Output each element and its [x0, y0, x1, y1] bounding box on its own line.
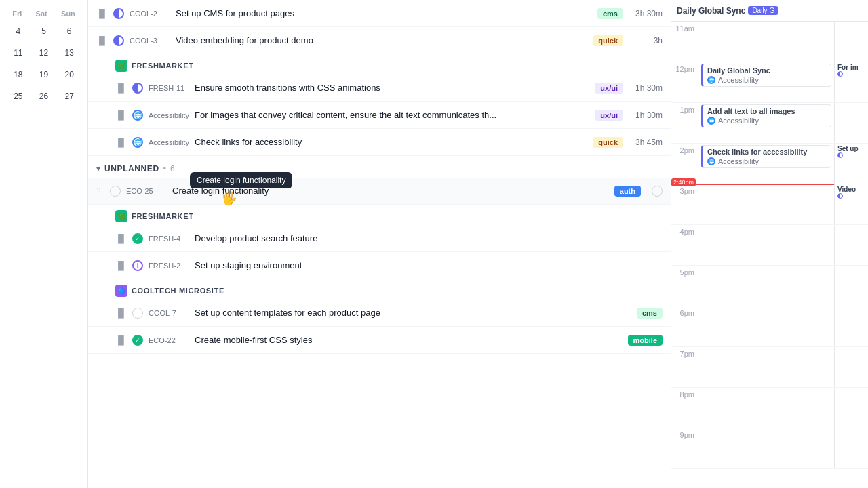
- time-label: 9pm: [671, 428, 698, 468]
- task-panel: ▐▌ COOL-2 Set up CMS for product pages c…: [88, 0, 671, 488]
- globe-icon: 🌐: [707, 157, 715, 165]
- time-slot-9pm: 9pm: [671, 428, 868, 469]
- bar-chart-icon: ▐▌: [115, 234, 127, 243]
- cal-day-20[interactable]: 20: [60, 66, 79, 83]
- task-badge: cms: [597, 8, 623, 19]
- cal-day-27[interactable]: 27: [60, 88, 79, 104]
- time-content: Check links for accessibility 🌐 Accessib…: [698, 144, 834, 184]
- status-in-progress-icon: [132, 83, 143, 94]
- calendar-day-headers: Fri Sat Sun: [0, 7, 87, 20]
- task-id: FRESH-2: [149, 262, 189, 270]
- project-header-freshmarket-unplanned: 🌿 FRESHMARKET: [88, 205, 671, 225]
- cal-day-6[interactable]: 6: [60, 23, 79, 39]
- right-col-4pm: [834, 225, 868, 265]
- time-slot-4pm: 4pm: [671, 225, 868, 266]
- table-row[interactable]: ▐▌ FRESH-11 Ensure smooth transitions wi…: [88, 75, 671, 102]
- globe-icon: 🌐: [707, 76, 715, 84]
- calendar-panel: Fri Sat Sun 4 5 6 11 12 13 18 19 20 25 2…: [0, 0, 88, 488]
- bar-chart-icon: ▐▌: [115, 261, 127, 270]
- table-row[interactable]: ▐▌ ✓ ECO-22 Create mobile-first CSS styl…: [88, 327, 671, 354]
- time-label: 1pm: [671, 103, 698, 143]
- drag-handle-icon[interactable]: ⠿: [96, 187, 104, 195]
- task-id: COOL-3: [130, 37, 170, 45]
- time-slot-7pm: 7pm: [671, 347, 868, 388]
- project-header-cooltech: 🔷 COOLTECH MICROSITE: [88, 279, 671, 300]
- task-name: Create mobile-first CSS styles: [195, 335, 623, 345]
- time-content: Add alt text to all images 🌐 Accessibili…: [698, 103, 834, 143]
- project-header-freshmarket: 🌿 FRESHMARKET: [88, 54, 671, 75]
- section-title: Unplanned: [104, 164, 159, 174]
- task-time: 3h: [629, 36, 663, 45]
- task-time: 1h 30m: [629, 83, 663, 93]
- cal-day-26[interactable]: 26: [34, 88, 53, 104]
- task-id: ECO-22: [149, 336, 189, 344]
- bar-chart-icon: ▐▌: [96, 9, 108, 18]
- table-row[interactable]: Create login functionality ⠿ ECO-25 Crea…: [88, 178, 671, 205]
- right-col-5pm: [834, 266, 868, 306]
- cal-day-19[interactable]: 19: [34, 66, 53, 83]
- table-row[interactable]: ▐▌ COOL-7 Set up content templates for e…: [88, 300, 671, 327]
- section-toggle-icon[interactable]: ▾: [96, 164, 100, 174]
- cal-day-13[interactable]: 13: [60, 45, 79, 61]
- time-content: [698, 388, 834, 428]
- time-content: [698, 266, 834, 306]
- table-row[interactable]: ▐▌ i FRESH-2 Set up staging environment: [88, 252, 671, 279]
- event-sub: 🌐 Accessibility: [707, 76, 827, 84]
- status-in-progress-icon: [113, 8, 124, 19]
- table-row[interactable]: ▐▌ ✓ FRESH-4 Develop product search feat…: [88, 225, 671, 252]
- bar-chart-icon: ▐▌: [115, 83, 127, 93]
- table-row[interactable]: ▐▌ COOL-2 Set up CMS for product pages c…: [88, 0, 671, 27]
- bar-chart-icon: ▐▌: [115, 138, 127, 147]
- task-badge: cms: [637, 308, 663, 319]
- calendar-week-4: 25 26 27: [0, 85, 87, 107]
- cal-header-sun: Sun: [61, 9, 75, 18]
- table-row[interactable]: ▐▌ 🌐 Accessibility Check links for acces…: [88, 129, 671, 156]
- time-content: [698, 428, 834, 468]
- task-name: Video embedding for product demo: [176, 35, 587, 45]
- right-col-6pm: [834, 306, 868, 346]
- section-separator: •: [163, 164, 166, 174]
- cal-header-fri: Fri: [12, 9, 22, 18]
- cal-day-25[interactable]: 25: [9, 88, 28, 104]
- event-block[interactable]: Daily Global Sync 🌐 Accessibility: [701, 64, 831, 87]
- time-slot-1pm: 1pm Add alt text to all images 🌐 Accessi…: [671, 103, 868, 144]
- event-block[interactable]: Check links for accessibility 🌐 Accessib…: [701, 145, 831, 168]
- task-id: COOL-7: [149, 309, 189, 317]
- status-done-icon: ✓: [132, 233, 143, 244]
- time-indicator-label: 2:40pm: [671, 178, 696, 186]
- calendar-week-3: 18 19 20: [0, 64, 87, 85]
- task-badge: mobile: [628, 335, 663, 346]
- priority-circle-icon: [652, 186, 663, 197]
- right-col-3pm: Video: [834, 184, 868, 224]
- task-id: COOL-2: [130, 9, 170, 18]
- task-time: 3h 30m: [629, 9, 663, 18]
- time-slot-3pm: 3pm Video: [671, 184, 868, 225]
- time-label: 12pm: [671, 62, 698, 102]
- cal-day-12[interactable]: 12: [34, 45, 53, 61]
- status-in-progress-icon: [113, 35, 124, 46]
- task-badge: auth: [614, 186, 641, 197]
- time-slot-12pm: 12pm Daily Global Sync 🌐 Accessibility F…: [671, 62, 868, 103]
- table-row[interactable]: ▐▌ COOL-3 Video embedding for product de…: [88, 27, 671, 54]
- right-col-2pm: Set up: [834, 144, 868, 184]
- time-content: Daily Global Sync 🌐 Accessibility: [698, 62, 834, 102]
- table-row[interactable]: ▐▌ 🌐 Accessibility For images that conve…: [88, 102, 671, 129]
- task-badge: ux/ui: [595, 110, 623, 121]
- time-label: 4pm: [671, 225, 698, 265]
- task-time: 3h 45m: [629, 138, 663, 147]
- cal-day-5[interactable]: 5: [34, 23, 53, 39]
- bar-chart-icon: ▐▌: [96, 36, 108, 45]
- task-time: 1h 30m: [629, 110, 663, 120]
- unplanned-section-header: ▾ Unplanned • 6: [88, 156, 671, 178]
- project-name: FRESHMARKET: [132, 212, 194, 220]
- time-content: [698, 184, 834, 224]
- cal-day-18[interactable]: 18: [9, 66, 28, 83]
- event-block[interactable]: Add alt text to all images 🌐 Accessibili…: [701, 104, 831, 127]
- time-slot-6pm: 6pm: [671, 306, 868, 347]
- cal-day-11[interactable]: 11: [9, 45, 28, 61]
- task-name: Set up content templates for each produc…: [195, 308, 631, 318]
- calendar-week-1: 4 5 6: [0, 20, 87, 42]
- cal-day-4[interactable]: 4: [9, 23, 28, 39]
- event-sub-label: Accessibility: [718, 117, 759, 125]
- time-label: 3pm: [671, 184, 698, 224]
